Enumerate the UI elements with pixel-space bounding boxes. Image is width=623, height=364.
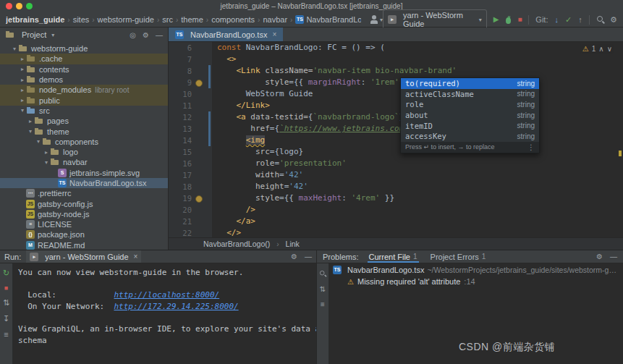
code-with-me-icon[interactable] [370,15,378,24]
rerun-icon[interactable]: ↻ [3,268,9,278]
code-line[interactable]: 8 <Link className='navbar-item bio-navba… [169,65,623,77]
breadcrumb-item[interactable]: components [211,15,255,24]
more-options-icon[interactable]: ⋮ [527,143,535,151]
editor-gutter[interactable]: 9 [169,77,212,88]
project-panel-title[interactable]: Project [22,30,46,39]
tree-item[interactable]: ▸logo [0,147,168,157]
expand-all-icon[interactable]: ⇅ [320,285,326,293]
hide-run-panel-icon[interactable]: — [305,253,312,261]
tree-item[interactable]: Sjetbrains-simple.svg [0,168,168,178]
editor-gutter[interactable]: 21 [169,216,212,227]
problems-tab-project-errors[interactable]: Project Errors1 [429,250,488,263]
editor-gutter[interactable]: 11 [169,100,212,111]
debug-button[interactable] [505,16,511,24]
tree-expand-icon[interactable]: ▸ [19,56,26,62]
tree-item[interactable]: TSNavbarBrandLogo.tsx [0,178,168,188]
tree-expand-icon[interactable]: ▾ [19,107,26,114]
next-problem-icon[interactable]: ∨ [607,45,612,53]
stop-button[interactable]: ■ [517,16,522,23]
console-url-link[interactable]: http://localhost:8000/ [114,290,219,300]
code-line[interactable]: 20 /> [169,204,623,216]
tree-expand-icon[interactable]: ▾ [27,128,34,135]
editor-breadcrumb-item[interactable]: NavbarBrandLogo() [203,240,270,248]
tree-item[interactable]: ▾webstorm-guide [0,43,168,54]
git-push-icon[interactable]: ↑ [578,16,582,24]
breadcrumb-item[interactable]: jetbrains_guide [6,15,64,24]
tree-item[interactable]: ▸node_moduleslibrary root [0,85,168,95]
close-tab-icon[interactable]: × [272,30,276,38]
breadcrumb-item[interactable]: webstorm-guide [98,15,154,24]
code-line[interactable]: 21 </a> [169,216,623,227]
gutter-intention-icon[interactable] [192,192,206,204]
editor-tab-navbarbrandlogo[interactable]: TS NavbarBrandLogo.tsx × [169,27,283,41]
tree-item[interactable]: ▾src [0,106,168,116]
editor-gutter[interactable]: 13 [169,123,212,135]
panel-settings-gear-icon[interactable]: ⚙ [143,31,149,39]
close-window-icon[interactable] [6,3,12,9]
code-line[interactable]: 7 <> [169,54,623,65]
problems-settings-gear-icon[interactable]: ⚙ [596,253,603,261]
problem-file-row[interactable]: TS NavbarBrandLogo.tsx ~/WebstormProject… [330,263,623,276]
run-tab[interactable]: ▸ yarn - WebStorm Guide × [26,250,141,263]
breadcrumb-item[interactable]: NavbarBrandLogo.tsx [306,15,361,24]
breadcrumb-item[interactable]: sites [73,15,90,24]
prev-problem-icon[interactable]: ∧ [598,45,603,53]
code-line[interactable]: 14 <img [169,135,623,146]
editor-gutter[interactable]: 7 [169,54,212,65]
settings-gear-icon[interactable]: ⚙ [610,16,617,24]
gutter-intention-icon[interactable] [192,77,206,88]
tree-expand-icon[interactable]: ▸ [43,149,50,156]
tree-expand-icon[interactable]: ▾ [35,138,42,145]
completion-item[interactable]: rolestring [401,99,539,110]
tree-expand-icon[interactable]: ▾ [11,46,18,52]
tree-item[interactable]: JSgatsby-config.js [0,198,168,208]
run-configuration-select[interactable]: ▸ yarn - WebStorm Guide ▾ [383,9,487,30]
tree-expand-icon[interactable]: ▸ [27,118,34,124]
code-line[interactable]: 9 style={{ marginRight: '1rem' }}> [169,77,623,88]
git-commit-icon[interactable]: ✓ [565,16,572,24]
code-line[interactable]: 10 WebStorm Guide [169,88,623,100]
tree-item[interactable]: {}package.json [0,229,168,240]
tree-item[interactable]: ▾theme [0,126,168,136]
breadcrumb-item[interactable]: src [162,15,173,24]
completion-item[interactable]: to(required)string [401,78,539,89]
tree-item[interactable]: ▸pages [0,116,168,126]
breadcrumb-item[interactable]: theme [181,15,203,24]
hide-panel-icon[interactable]: — [156,31,163,39]
code-line[interactable]: 22 </> [169,227,623,238]
git-update-icon[interactable]: ↓ [554,16,559,24]
run-settings-gear-icon[interactable]: ⚙ [291,253,297,261]
search-everywhere-icon[interactable] [596,15,604,24]
tree-expand-icon[interactable]: ▸ [19,66,26,72]
code-line[interactable]: 16 role='presentation' [169,158,623,169]
clear-console-icon[interactable]: ≡ [4,330,8,339]
editor-gutter[interactable]: 15 [169,146,212,158]
group-by-icon[interactable]: ≡ [321,300,325,308]
tree-item[interactable]: ⋯.prettierrc [0,188,168,198]
tree-item[interactable]: ▸demos [0,75,168,85]
code-line[interactable]: 11 </Link> [169,100,623,111]
console-url-link[interactable]: http://172.29.14.225:8000/ [114,302,238,311]
hide-problems-panel-icon[interactable]: — [610,253,617,261]
tree-expand-icon[interactable]: ▸ [19,97,26,103]
inspections-widget[interactable]: ⚠ 1 ∧ ∨ [580,44,614,54]
minimize-window-icon[interactable] [16,3,22,9]
tree-expand-icon[interactable]: ▾ [43,159,50,166]
scroll-to-end-icon[interactable]: ↧ [3,314,9,323]
completion-item[interactable]: activeClassNamestring [401,89,539,100]
locate-file-icon[interactable]: ◎ [130,31,136,39]
code-line[interactable]: 18 height='42' [169,181,623,192]
editor-gutter[interactable]: 20 [169,204,212,216]
code-line[interactable]: 13 href={`https://www.jetbrains.com/webs… [169,123,623,135]
restart-icon[interactable]: ⇅ [3,298,9,308]
editor-breadcrumb-item[interactable]: Link [286,240,300,248]
tree-item[interactable]: ▾components [0,137,168,147]
code-line[interactable]: 19 style={{ maxHeight: '4rem' }} [169,192,623,204]
editor-gutter[interactable]: 8 [169,65,212,77]
tree-item[interactable]: ≡LICENSE [0,219,168,229]
code-line[interactable]: 6const NavbarBrandLogo: FC = () => ( [169,42,623,54]
editor-gutter[interactable]: 17 [169,169,212,181]
tree-item[interactable]: ▾navbar [0,157,168,167]
close-run-tab-icon[interactable]: × [134,253,138,261]
tree-item[interactable]: ▸contents [0,64,168,75]
